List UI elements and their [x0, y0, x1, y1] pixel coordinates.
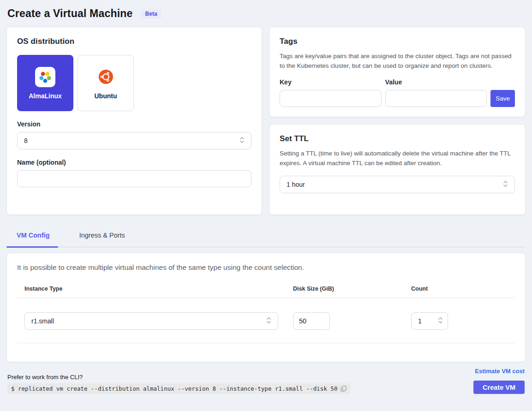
beta-badge: Beta: [141, 9, 161, 18]
count-cell: 1: [411, 312, 515, 330]
count-value: 1: [418, 317, 422, 325]
page-footer: Prefer to work from the CLI? $ replicate…: [6, 368, 526, 394]
tab-bar: VM Config Ingress & Ports: [6, 227, 526, 247]
tag-value-column: Value: [385, 78, 487, 107]
page-title: Create a Virtual Machine: [7, 7, 133, 20]
vm-config-intro: It is possible to create multiple virtua…: [17, 263, 515, 272]
os-tiles: AlmaLinux: [17, 55, 251, 111]
instance-type-value: r1.small: [31, 317, 54, 325]
chevron-up-down-icon: [503, 180, 508, 189]
tag-key-column: Key: [280, 78, 382, 107]
create-vm-page: Create a Virtual Machine Beta OS distrib…: [0, 0, 532, 401]
tab-vm-config[interactable]: VM Config: [6, 227, 58, 247]
tags-description: Tags are key/value pairs that are assign…: [280, 52, 515, 71]
column-header-disk-size: Disk Size (GiB): [293, 286, 411, 298]
cli-command-bar: $ replicated vm create --distribution al…: [7, 383, 350, 394]
instance-type-select[interactable]: r1.small: [24, 312, 278, 330]
vm-table-row: r1.small 1: [17, 298, 515, 330]
tag-value-input[interactable]: [385, 90, 487, 107]
ttl-heading: Set TTL: [280, 134, 515, 143]
estimate-vm-cost-link[interactable]: Estimate VM cost: [475, 368, 525, 375]
copy-icon[interactable]: [341, 386, 347, 392]
chevron-up-down-icon: [239, 136, 245, 145]
column-header-instance-type: Instance Type: [24, 286, 293, 298]
top-cards-row: OS distribution AlmaLinux: [6, 27, 526, 215]
version-select[interactable]: 8: [17, 132, 251, 149]
os-distribution-heading: OS distribution: [17, 37, 251, 46]
vm-table-header: Instance Type Disk Size (GiB) Count: [17, 286, 515, 298]
vm-table: Instance Type Disk Size (GiB) Count r1.s…: [17, 286, 515, 352]
almalinux-logo-icon: [35, 67, 55, 87]
disk-size-input[interactable]: [293, 312, 330, 330]
ttl-description: Setting a TTL (time to live) will automa…: [280, 149, 515, 168]
tag-key-input[interactable]: [280, 90, 382, 107]
tags-heading: Tags: [280, 37, 515, 46]
os-tile-label: AlmaLinux: [29, 92, 62, 100]
tag-save-column: Save: [490, 78, 515, 107]
cli-command: $ replicated vm create --distribution al…: [11, 385, 337, 392]
os-tile-almalinux[interactable]: AlmaLinux: [17, 55, 73, 111]
disk-size-cell: [293, 312, 411, 330]
page-header: Create a Virtual Machine Beta: [6, 6, 526, 20]
footer-actions: Estimate VM cost Create VM: [473, 368, 525, 394]
save-tag-button[interactable]: Save: [490, 90, 515, 107]
vm-name-input[interactable]: [17, 170, 251, 187]
create-vm-button[interactable]: Create VM: [473, 381, 525, 394]
os-tile-label: Ubuntu: [95, 92, 117, 100]
ttl-select-value: 1 hour: [287, 181, 305, 188]
ttl-card: Set TTL Setting a TTL (time to live) wil…: [269, 124, 526, 215]
tag-value-label: Value: [385, 78, 487, 86]
tags-card: Tags Tags are key/value pairs that are a…: [269, 27, 526, 117]
vm-config-card: It is possible to create multiple virtua…: [6, 253, 526, 362]
version-label: Version: [17, 120, 251, 128]
instance-type-cell: r1.small: [24, 312, 293, 330]
chevron-up-down-icon: [266, 316, 271, 326]
chevron-up-down-icon: [438, 316, 443, 326]
count-stepper[interactable]: 1: [411, 312, 448, 330]
column-header-count: Count: [411, 286, 515, 298]
cli-block: Prefer to work from the CLI? $ replicate…: [7, 374, 350, 394]
ubuntu-logo-icon: [99, 67, 113, 87]
ttl-select[interactable]: 1 hour: [280, 176, 515, 193]
os-tile-ubuntu[interactable]: Ubuntu: [78, 55, 134, 111]
right-column: Tags Tags are key/value pairs that are a…: [269, 27, 526, 215]
tag-key-label: Key: [280, 78, 382, 86]
version-select-value: 8: [24, 137, 28, 144]
cli-prompt: Prefer to work from the CLI?: [7, 374, 350, 381]
os-distribution-card: OS distribution AlmaLinux: [6, 27, 262, 215]
tab-ingress-ports[interactable]: Ingress & Ports: [69, 227, 134, 247]
tags-form-row: Key Value Save: [280, 78, 515, 107]
vm-name-label: Name (optional): [17, 159, 251, 166]
